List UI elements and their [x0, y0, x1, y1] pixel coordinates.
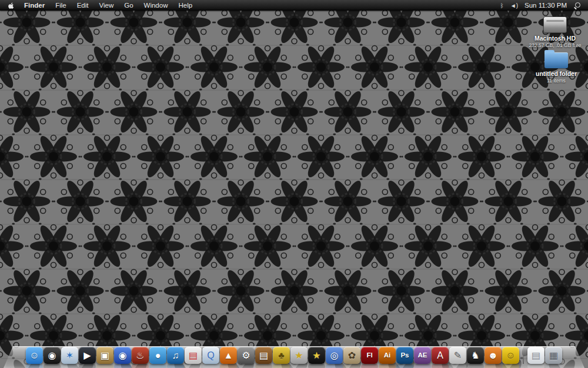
- apple-menu[interactable]: [5, 2, 19, 9]
- vlc-glyph: ▲: [224, 351, 233, 360]
- dock-dictionary-icon[interactable]: A: [432, 347, 449, 364]
- dock-pineapple-game-icon[interactable]: ♣: [273, 347, 290, 364]
- menu-item-finder[interactable]: Finder: [19, 0, 50, 11]
- desktop-icon-macintosh-hd[interactable]: Macintosh HD 232.57 GB, .01 GB free: [524, 16, 586, 48]
- iweb-glyph: ◎: [330, 351, 339, 360]
- menu-status-area: ᛒ ◄) Sun 11:30 PM: [500, 2, 583, 9]
- volume-icon[interactable]: ◄): [510, 2, 518, 9]
- desktop-icon-label: Macintosh HD: [534, 35, 576, 42]
- desktop-icon-sublabel: 11 items: [547, 78, 566, 84]
- ical-glyph: ▤: [189, 351, 198, 360]
- safari-glyph: ✶: [66, 351, 74, 360]
- aperture-glyph: ✿: [348, 351, 356, 360]
- bluetooth-icon[interactable]: ᛒ: [500, 2, 504, 9]
- textedit-glyph: ✎: [454, 351, 462, 360]
- dock-flash-icon[interactable]: Fl: [361, 347, 378, 364]
- dock-video-chat-icon[interactable]: ●: [149, 347, 166, 364]
- menu-item-file[interactable]: File: [50, 0, 72, 11]
- dock-after-effects-icon[interactable]: AE: [414, 347, 431, 364]
- hard-drive-icon: [543, 16, 567, 33]
- finder-glyph: ☺: [29, 351, 39, 360]
- dock-smiley-app-icon[interactable]: ☺: [502, 347, 519, 364]
- menu-item-window[interactable]: Window: [139, 0, 173, 11]
- flash-glyph: Fl: [366, 352, 372, 359]
- photoshop-glyph: Ps: [400, 352, 409, 359]
- dock-illustrator-icon[interactable]: Ai: [379, 347, 396, 364]
- dock: ☺◉✶▶▣◉♨●♫▤Q▲⚙▤♣★★◎✿FlAiPsAEA✎♞☻☺▤▦: [0, 334, 588, 368]
- dock-dashboard-icon[interactable]: ◉: [44, 347, 61, 364]
- folder-icon: [544, 52, 568, 68]
- menu-clock[interactable]: Sun 11:30 PM: [524, 2, 567, 9]
- itunes-glyph: ♫: [172, 351, 179, 360]
- smiley-app-glyph: ☺: [506, 351, 515, 360]
- dock-system-preferences-icon[interactable]: ⚙: [238, 347, 255, 364]
- wallpaper: [0, 0, 588, 368]
- dock-front-row-icon[interactable]: ◉: [114, 347, 131, 364]
- desktop-icon-label: untitled folder: [536, 70, 577, 77]
- documents-stack-glyph: ▤: [532, 351, 540, 360]
- menu-items: FinderFileEditViewGoWindowHelp: [19, 0, 198, 11]
- dock-imovie-icon[interactable]: ★: [308, 347, 325, 364]
- dock-safari-icon[interactable]: ✶: [61, 347, 78, 364]
- dock-address-book-icon[interactable]: ▤: [255, 347, 272, 364]
- dock-ical-icon[interactable]: ▤: [185, 347, 202, 364]
- dictionary-glyph: A: [437, 351, 443, 360]
- dock-dvd-player-icon[interactable]: ▶: [79, 347, 96, 364]
- orange-app-glyph: ☻: [488, 351, 498, 360]
- dock-orange-app-icon[interactable]: ☻: [485, 347, 502, 364]
- dock-divider: [523, 344, 524, 364]
- system-preferences-glyph: ⚙: [242, 351, 250, 360]
- menu-item-help[interactable]: Help: [173, 0, 198, 11]
- desktop-icon-untitled-folder[interactable]: untitled folder 11 items: [526, 49, 587, 84]
- apple-logo-icon: [7, 2, 14, 9]
- photo-booth-glyph: ▣: [101, 351, 109, 360]
- desktop-icon-sublabel: 232.57 GB, .01 GB free: [529, 42, 582, 48]
- dock-photoshop-icon[interactable]: Ps: [396, 347, 413, 364]
- dock-vlc-icon[interactable]: ▲: [220, 347, 237, 364]
- front-row-glyph: ◉: [119, 351, 127, 360]
- dock-star-app-icon[interactable]: ★: [290, 347, 308, 364]
- dock-trash-icon[interactable]: ▦: [545, 347, 562, 364]
- quicktime-glyph: Q: [207, 351, 214, 360]
- menu-item-go[interactable]: Go: [119, 0, 138, 11]
- dock-textedit-icon[interactable]: ✎: [449, 347, 466, 364]
- dock-documents-stack-icon[interactable]: ▤: [527, 347, 544, 364]
- dock-aperture-icon[interactable]: ✿: [343, 347, 360, 364]
- star-app-glyph: ★: [295, 351, 303, 360]
- spotlight-icon[interactable]: [573, 2, 581, 9]
- dock-photo-booth-icon[interactable]: ▣: [96, 347, 113, 364]
- dashboard-glyph: ◉: [48, 351, 56, 360]
- address-book-glyph: ▤: [259, 351, 268, 360]
- dock-icons: ☺◉✶▶▣◉♨●♫▤Q▲⚙▤♣★★◎✿FlAiPsAEA✎♞☻☺▤▦: [26, 344, 562, 364]
- trash-glyph: ▦: [549, 351, 558, 360]
- dock-quicktime-icon[interactable]: Q: [202, 347, 219, 364]
- dock-chess-icon[interactable]: ♞: [467, 347, 484, 364]
- dvd-player-glyph: ▶: [83, 351, 91, 360]
- menu-item-edit[interactable]: Edit: [72, 0, 94, 11]
- dock-toast-icon[interactable]: ♨: [132, 347, 149, 364]
- toast-glyph: ♨: [136, 351, 144, 360]
- video-chat-glyph: ●: [155, 351, 161, 360]
- pineapple-game-glyph: ♣: [278, 351, 285, 360]
- illustrator-glyph: Ai: [384, 352, 391, 359]
- screen: { "menu_bar": { "app_name": "Finder", "i…: [0, 0, 588, 368]
- chess-glyph: ♞: [471, 351, 479, 360]
- imovie-glyph: ★: [312, 351, 320, 360]
- after-effects-glyph: AE: [418, 352, 427, 359]
- dock-itunes-icon[interactable]: ♫: [167, 347, 184, 364]
- menu-left: FinderFileEditViewGoWindowHelp: [5, 0, 198, 11]
- dock-iweb-icon[interactable]: ◎: [326, 347, 343, 364]
- dock-finder-icon[interactable]: ☺: [26, 347, 43, 364]
- menu-item-view[interactable]: View: [94, 0, 119, 11]
- menu-bar: FinderFileEditViewGoWindowHelp ᛒ ◄) Sun …: [0, 0, 588, 11]
